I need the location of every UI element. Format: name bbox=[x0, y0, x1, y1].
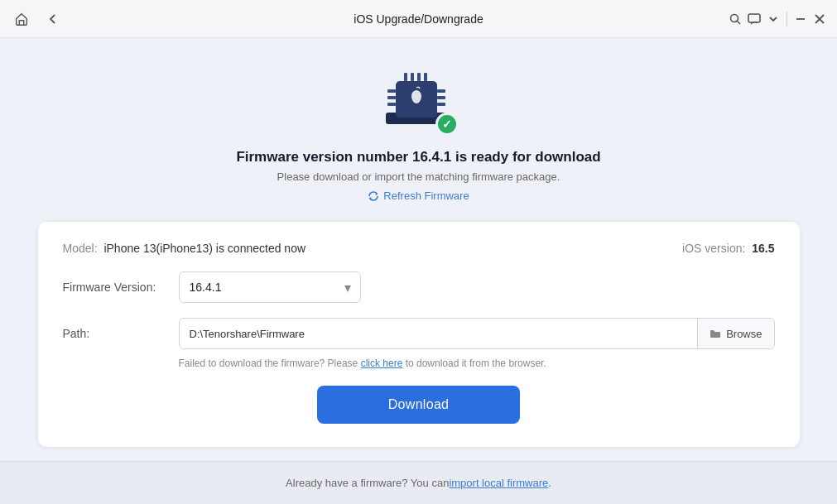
window-title: iOS Upgrade/Downgrade bbox=[109, 12, 728, 26]
import-local-firmware-link[interactable]: import local firmware bbox=[449, 477, 548, 489]
svg-line-1 bbox=[737, 21, 740, 24]
footer: Already have a firmware? You can import … bbox=[0, 461, 837, 504]
ios-info: iOS version: 16.5 bbox=[682, 242, 774, 255]
search-button[interactable] bbox=[728, 7, 742, 31]
close-button[interactable] bbox=[813, 7, 827, 31]
hero-section: ✓ Firmware version number 16.4.1 is read… bbox=[236, 63, 600, 202]
hero-subtitle: Please download or import the matching f… bbox=[277, 170, 560, 183]
firmware-select-wrap: 16.4.1 16.4 16.3.1 16.3 bbox=[179, 271, 361, 303]
fail-note: Failed to download the firmware? Please … bbox=[179, 358, 775, 369]
svg-rect-10 bbox=[387, 103, 396, 106]
svg-rect-12 bbox=[437, 96, 445, 99]
svg-rect-14 bbox=[404, 73, 407, 81]
svg-rect-17 bbox=[424, 73, 427, 81]
path-input-wrap: D:\Tenorshare\Firmware Browse bbox=[179, 318, 775, 349]
svg-rect-2 bbox=[748, 14, 760, 22]
home-button[interactable] bbox=[10, 7, 33, 31]
model-label: Model: bbox=[63, 242, 98, 255]
minimize-button[interactable] bbox=[794, 7, 808, 31]
firmware-version-select[interactable]: 16.4.1 16.4 16.3.1 16.3 bbox=[179, 271, 361, 303]
title-bar: iOS Upgrade/Downgrade bbox=[0, 0, 837, 38]
firmware-row: Firmware Version: 16.4.1 16.4 16.3.1 16.… bbox=[63, 271, 775, 303]
title-bar-right bbox=[728, 7, 827, 31]
browse-button[interactable]: Browse bbox=[697, 319, 773, 348]
ios-label: iOS version: bbox=[682, 242, 745, 255]
hero-title: Firmware version number 16.4.1 is ready … bbox=[236, 149, 600, 166]
refresh-firmware-link[interactable]: Refresh Firmware bbox=[368, 190, 469, 202]
ios-value: 16.5 bbox=[752, 242, 774, 255]
firmware-label: Firmware Version: bbox=[63, 281, 179, 294]
path-row: Path: D:\Tenorshare\Firmware Browse bbox=[63, 318, 775, 349]
title-bar-left bbox=[10, 7, 109, 31]
svg-rect-9 bbox=[387, 96, 396, 99]
svg-rect-8 bbox=[387, 89, 396, 93]
device-icon-wrap: ✓ bbox=[378, 63, 460, 137]
click-here-link[interactable]: click here bbox=[361, 358, 403, 369]
chat-button[interactable] bbox=[747, 7, 761, 31]
path-label: Path: bbox=[63, 327, 179, 340]
svg-rect-11 bbox=[437, 89, 445, 93]
model-value: iPhone 13(iPhone13) is connected now bbox=[103, 242, 305, 255]
path-value: D:\Tenorshare\Firmware bbox=[180, 328, 698, 340]
card-top-row: Model: iPhone 13(iPhone13) is connected … bbox=[63, 242, 775, 255]
back-button[interactable] bbox=[41, 7, 65, 31]
main-content: ✓ Firmware version number 16.4.1 is read… bbox=[0, 38, 837, 461]
download-button[interactable]: Download bbox=[317, 386, 520, 424]
title-bar-divider bbox=[786, 12, 787, 26]
check-badge: ✓ bbox=[435, 113, 459, 136]
svg-rect-13 bbox=[437, 103, 445, 106]
folder-icon bbox=[710, 328, 721, 339]
svg-rect-15 bbox=[411, 73, 414, 81]
svg-point-0 bbox=[730, 14, 738, 22]
refresh-icon bbox=[368, 190, 379, 202]
svg-rect-16 bbox=[417, 73, 421, 81]
firmware-card: Model: iPhone 13(iPhone13) is connected … bbox=[38, 222, 800, 447]
chevron-down-button[interactable] bbox=[766, 7, 780, 31]
model-info: Model: iPhone 13(iPhone13) is connected … bbox=[63, 242, 306, 255]
